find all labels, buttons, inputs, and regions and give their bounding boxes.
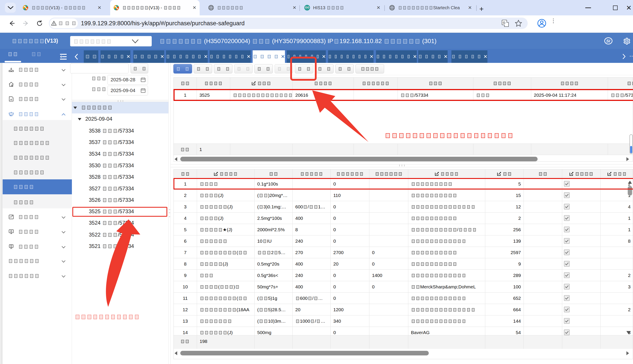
svg-text:SI: SI — [606, 39, 610, 43]
svg-text:G: G — [503, 21, 506, 24]
